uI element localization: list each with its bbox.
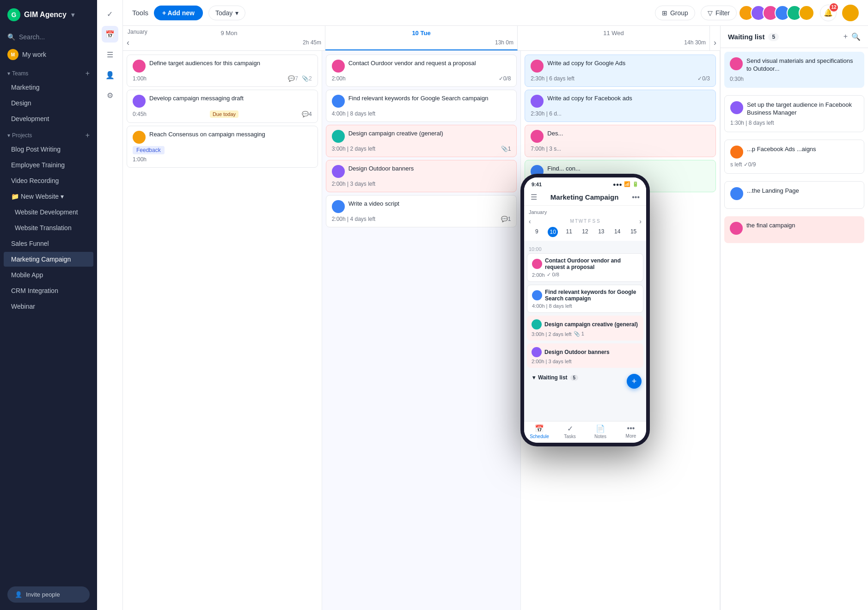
invite-label: Invite people — [26, 591, 60, 598]
phone-prev-btn[interactable]: ‹ — [529, 218, 531, 225]
tools-tab[interactable]: Tools — [132, 9, 148, 17]
waiting-card-time: 0:30h — [730, 76, 859, 82]
filter-button[interactable]: ▽ Filter — [701, 6, 737, 20]
prev-arrow[interactable]: ‹ — [127, 38, 129, 48]
phone-nav-more[interactable]: ••• More — [616, 424, 646, 439]
phone-waiting-toggle[interactable]: ▾ — [532, 374, 535, 381]
task-card[interactable]: Write ad copy for Google Ads 2:30h | 6 d… — [525, 55, 716, 87]
logo-icon: G — [7, 8, 20, 21]
phone-task-card[interactable]: Contact Ourdoor vendor and request a pro… — [527, 253, 643, 282]
search-waiting-icon[interactable]: 🔍 — [851, 32, 861, 41]
settings-icon-btn[interactable]: ⚙ — [102, 87, 118, 104]
icon-toolbar: ✓ 📅 ☰ 👤 ⚙ — [97, 0, 123, 610]
task-card[interactable]: Contact Ourdoor vendor and request a pro… — [326, 55, 517, 87]
add-project-button[interactable]: + — [86, 131, 90, 140]
waiting-card[interactable]: ...p Facebook Ads ...aigns s left ✓0/9 — [724, 140, 864, 174]
sidebar-item-mobile-app[interactable]: Mobile App — [4, 268, 93, 282]
waiting-card[interactable]: ...the Landing Page — [724, 181, 864, 209]
sidebar-item-video-recording[interactable]: Video Recording — [4, 173, 93, 188]
phone-day-14[interactable]: 14 — [609, 227, 625, 237]
phone-next-btn[interactable]: › — [639, 218, 642, 225]
add-new-button[interactable]: + Add new — [154, 6, 203, 20]
day-name-mon: 9 Mon — [133, 30, 325, 37]
sidebar-item-sales-funnel[interactable]: Sales Funnel — [4, 236, 93, 251]
phone-day-11[interactable]: 11 — [561, 227, 577, 237]
phone-nav-notes[interactable]: 📄 Notes — [585, 424, 616, 439]
sidebar-item-website-translation[interactable]: Website Translation — [4, 220, 93, 235]
user-avatar-6[interactable] — [799, 5, 814, 21]
task-card[interactable]: Design Outdoor banners 2:00h | 3 days le… — [326, 160, 517, 192]
waiting-card-title: ...p Facebook Ads ...aigns — [747, 146, 816, 153]
next-arrow[interactable]: › — [714, 38, 716, 48]
phone-task-header: Find relevant keywords for Google Search… — [532, 289, 638, 302]
task-time: 1:00h — [133, 75, 147, 82]
chevron-down-icon: ▾ — [61, 193, 64, 200]
phone-nav-schedule[interactable]: 📅 Schedule — [524, 424, 555, 439]
phone-app-header: ☰ Marketing Campaign ••• — [524, 189, 646, 206]
sidebar-item-blog-post[interactable]: Blog Post Writing — [4, 142, 93, 157]
task-card[interactable]: Develop campaign messaging draft 0:45h D… — [127, 90, 318, 123]
menu-icon[interactable]: ☰ — [531, 193, 537, 201]
waiting-card-title: Send visual materials and specifications… — [746, 57, 859, 73]
phone-title: Marketing Campaign — [550, 193, 619, 201]
task-card[interactable]: Find relevant keywords for Google Search… — [326, 90, 517, 122]
waiting-card[interactable]: Set up the target audience in Facebook B… — [724, 95, 864, 132]
sidebar-item-new-website[interactable]: 📁 New Website ▾ — [4, 189, 93, 204]
notifications-button[interactable]: 🔔 12 — [820, 5, 837, 21]
waiting-list-header: Waiting list 5 + 🔍 — [721, 26, 868, 48]
phone-day-15[interactable]: 15 — [625, 227, 642, 237]
sidebar-item-development[interactable]: Development — [4, 111, 93, 126]
app-logo[interactable]: G GIM Agency ▾ — [0, 0, 97, 30]
invite-people-button[interactable]: 👤 Invite people — [7, 586, 90, 603]
waiting-card[interactable]: the final campaign — [724, 216, 864, 243]
fab-add-button[interactable]: + — [627, 374, 642, 389]
projects-section[interactable]: ▾ Projects + — [0, 127, 97, 141]
task-header: Contact Ourdoor vendor and request a pro… — [332, 60, 511, 73]
task-meta: 7:00h | 3 s... — [531, 146, 710, 152]
sidebar-item-website-dev[interactable]: Website Development — [4, 205, 93, 220]
sidebar-footer: 👤 Invite people — [0, 579, 97, 610]
task-card[interactable]: Des... 7:00h | 3 s... — [525, 125, 716, 157]
phone-task-card[interactable]: Design Outdoor banners 2:00h | 3 days le… — [527, 343, 643, 368]
profile-avatar[interactable] — [842, 5, 859, 21]
add-team-button[interactable]: + — [86, 69, 90, 78]
phone-task-card[interactable]: Design campaign creative (general) 3:00h… — [527, 316, 643, 341]
person-icon-btn[interactable]: 👤 — [102, 67, 118, 83]
task-card[interactable]: Define target audiences for this campaig… — [127, 55, 318, 87]
add-waiting-icon[interactable]: + — [844, 32, 848, 41]
group-button[interactable]: ⊞ Group — [655, 6, 695, 20]
list-icon-btn[interactable]: ☰ — [102, 46, 118, 63]
phone-nav-tasks[interactable]: ✓ Tasks — [555, 424, 585, 439]
phone-day-13[interactable]: 13 — [593, 227, 609, 237]
sidebar-item-crm-integration[interactable]: CRM Integration — [4, 283, 93, 298]
sidebar-item-webinar[interactable]: Webinar — [4, 299, 93, 314]
phone-task-time: 2:00h | 3 days left — [532, 359, 572, 364]
more-icon[interactable]: ••• — [632, 193, 640, 201]
task-card[interactable]: Write ad copy for Facebook ads 2:30h | 6… — [525, 90, 716, 122]
phone-task-card[interactable]: Find relevant keywords for Google Search… — [527, 285, 643, 313]
sidebar-item-design[interactable]: Design — [4, 96, 93, 110]
my-work-item[interactable]: M My work — [0, 44, 97, 65]
sidebar-item-marketing[interactable]: Marketing — [4, 80, 93, 95]
task-avatar — [133, 95, 146, 108]
check-icon-btn[interactable]: ✓ — [102, 6, 118, 22]
phone-status-bar: 9:41 ●●● 📶 🔋 — [524, 177, 646, 189]
teams-section[interactable]: ▾ Teams + — [0, 65, 97, 79]
task-card[interactable]: Reach Consensus on campaign messaging Fe… — [127, 126, 318, 168]
phone-day-10[interactable]: 10 — [548, 227, 558, 237]
notification-badge: 12 — [830, 3, 838, 12]
task-card[interactable]: Write a video script 2:00h | 4 days left… — [326, 195, 517, 227]
waiting-card[interactable]: Send visual materials and specifications… — [724, 52, 864, 88]
next-nav[interactable]: › — [710, 26, 720, 50]
calendar-icon-btn[interactable]: 📅 — [102, 26, 118, 43]
task-time: 4:00h | 8 days left — [332, 110, 376, 117]
today-button[interactable]: Today ▾ — [208, 6, 245, 20]
sidebar-item-marketing-campaign[interactable]: Marketing Campaign — [4, 252, 93, 267]
phone-day-12[interactable]: 12 — [577, 227, 593, 237]
day-header-m: M — [570, 219, 574, 224]
search-bar[interactable]: 🔍 Search... — [0, 30, 97, 44]
waiting-list-title: Waiting list 5 — [728, 33, 779, 41]
phone-day-9[interactable]: 9 — [529, 227, 545, 237]
task-card[interactable]: Design campaign creative (general) 3:00h… — [326, 125, 517, 157]
sidebar-item-employee-training[interactable]: Employee Training — [4, 158, 93, 172]
